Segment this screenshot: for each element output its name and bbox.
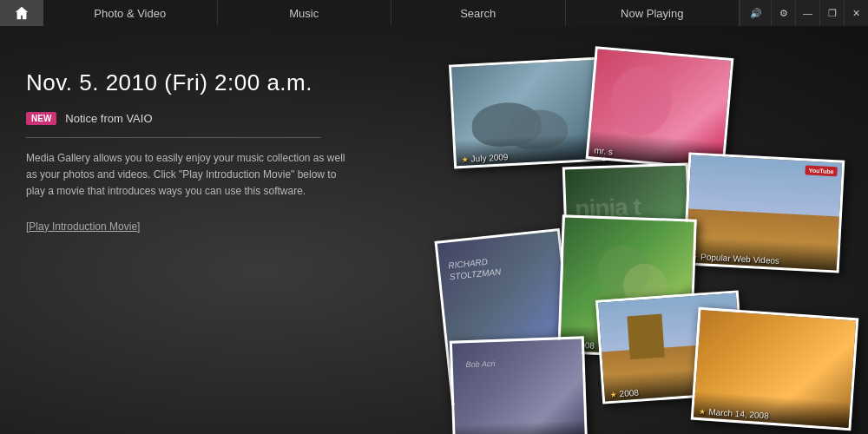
card-label-mrs: mr. s — [594, 146, 614, 157]
card-march2008[interactable]: ★ March 14, 2008 — [691, 307, 859, 431]
minimize-button[interactable]: — — [795, 0, 819, 26]
notice-text: Notice from VAIO — [65, 112, 152, 125]
tab-photo-video[interactable]: Photo & Video — [43, 0, 218, 26]
photo-collage: ★ July 2009 mr. s ninja t NEW — [399, 43, 868, 434]
notice-row: NEW Notice from VAIO — [26, 112, 356, 125]
home-icon — [14, 5, 30, 21]
close-button[interactable]: ✕ — [844, 0, 868, 26]
tab-now-playing[interactable]: Now Playing — [566, 0, 740, 26]
titlebar: Photo & Video Music Search Now Playing 🔊… — [0, 0, 868, 26]
card-july2009[interactable]: ★ July 2009 — [449, 57, 606, 169]
nav-tabs: Photo & Video Music Search Now Playing — [43, 0, 740, 26]
restore-button[interactable]: ❐ — [819, 0, 844, 26]
settings-button[interactable]: ⚙ — [771, 0, 795, 26]
youtube-badge: YouTube — [805, 165, 837, 176]
left-panel: Nov. 5. 2010 (Fri) 2:00 a.m. NEW Notice … — [26, 69, 356, 233]
card-label-2008: ★ 2008 — [609, 388, 639, 399]
description-text: Media Gallery allows you to easily enjoy… — [26, 150, 356, 201]
card-bobacri[interactable]: Bob Acri NEW Bob Acri — [450, 336, 588, 434]
card-popular[interactable]: YouTube ★ Popular Web Videos — [683, 152, 845, 273]
divider — [26, 137, 321, 138]
new-badge: NEW — [26, 112, 56, 125]
card-mrs[interactable]: mr. s — [586, 46, 734, 170]
tab-music[interactable]: Music — [218, 0, 392, 26]
tab-search[interactable]: Search — [391, 0, 566, 26]
main-content: Nov. 5. 2010 (Fri) 2:00 a.m. NEW Notice … — [0, 26, 868, 434]
intro-movie-link[interactable]: [Play Introduction Movie] — [26, 220, 140, 233]
date-display: Nov. 5. 2010 (Fri) 2:00 a.m. — [26, 69, 356, 96]
window-controls: 🔊 ⚙ — ❐ ✕ — [740, 0, 868, 26]
home-button[interactable] — [0, 0, 43, 26]
volume-button[interactable]: 🔊 — [740, 0, 771, 26]
